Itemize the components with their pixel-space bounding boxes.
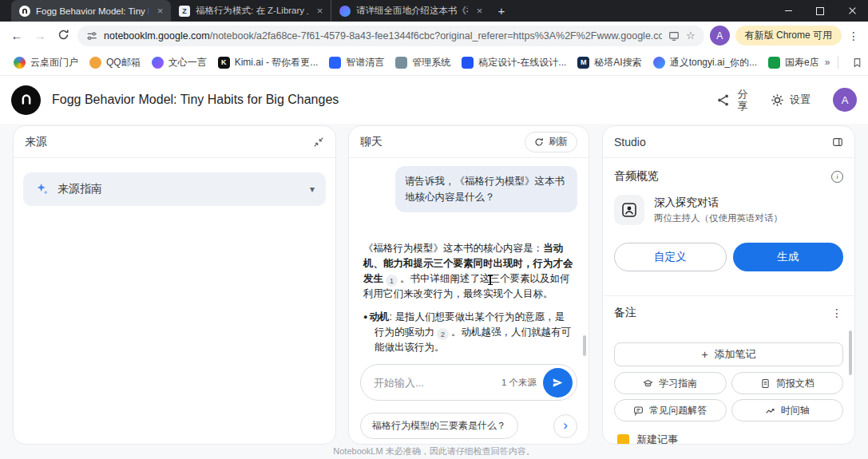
bookmark-item[interactable]: KKimi.ai - 帮你看更... (212, 56, 324, 69)
browser-titlebar: Fogg Behavior Model: Tiny H × Z 福格行为模式: … (0, 0, 868, 22)
chat-bubble-icon (633, 406, 644, 416)
tab-favicon (339, 6, 351, 17)
bookmark-item[interactable]: 管理系统 (390, 56, 456, 69)
toggle-panel-icon[interactable] (832, 137, 843, 148)
tab-close-icon[interactable]: × (474, 5, 486, 17)
citation-badge[interactable]: 1 (386, 275, 398, 287)
notebook-title[interactable]: Fogg Behavior Model: Tiny Habits for Big… (52, 93, 339, 107)
studio-panel-title: Studio (614, 136, 646, 148)
chrome-update-button[interactable]: 有新版 Chrome 可用 (735, 26, 842, 46)
source-guide-card[interactable]: 来源指南 ▾ (23, 172, 326, 206)
bookmark-star-icon[interactable]: ☆ (686, 30, 696, 42)
user-avatar[interactable]: A (833, 88, 857, 112)
bookmark-label: QQ邮箱 (106, 56, 141, 69)
bookmark-label: 国寿e店 (785, 56, 819, 69)
briefing-doc-chip[interactable]: 简报文档 (731, 372, 844, 394)
assistant-answer: 《福格行为模型》这本书的核心内容是：当动机、能力和提示三个要素同时出现时，行为才… (349, 241, 589, 355)
faq-chip[interactable]: 常见问题解答 (614, 399, 727, 421)
notebooklm-logo (11, 85, 41, 115)
settings-label: 设置 (790, 93, 811, 107)
next-suggestion-button[interactable]: › (553, 414, 577, 438)
chat-input[interactable] (374, 377, 495, 389)
sources-panel: 来源 来源指南 ▾ (13, 125, 336, 445)
bookmark-item[interactable]: QQ邮箱 (84, 56, 146, 69)
refresh-label: 刷新 (549, 135, 568, 148)
study-guide-chip[interactable]: 学习指南 (614, 372, 727, 394)
header-actions: 分享 设置 A (716, 88, 857, 112)
bookmark-label: 文心一言 (168, 56, 207, 69)
divider (838, 56, 838, 69)
chat-panel: 聊天 刷新 请告诉我，《福格行为模型》这本书地核心内容是什么？ 《福格行为模型》… (348, 125, 589, 445)
new-note-item[interactable]: 新建记事 (617, 433, 840, 445)
collapse-panel-icon[interactable] (313, 137, 324, 148)
customize-button[interactable]: 自定义 (614, 243, 727, 271)
audio-overview-title: 音频概览 (614, 169, 659, 184)
tongyi-favicon (653, 57, 665, 69)
share-button[interactable]: 分享 (716, 88, 748, 112)
window-close-button[interactable] (836, 0, 868, 22)
bookmark-item[interactable]: 智谱清言 (323, 56, 390, 69)
audio-buttons: 自定义 生成 (603, 225, 854, 271)
tab-close-icon[interactable]: × (154, 5, 166, 17)
send-icon (552, 377, 564, 389)
tab-title: 福格行为模式: 在 Z-Library 上 (196, 5, 308, 17)
forward-icon[interactable]: → (31, 29, 49, 42)
bookmark-item[interactable]: 文心一言 (146, 56, 212, 69)
studio-scrollbar[interactable] (849, 330, 852, 375)
citation-badge[interactable]: 2 (437, 328, 449, 340)
settings-button[interactable]: 设置 (771, 93, 811, 107)
deep-dive-subtitle: 两位主持人（仅使用英语对话） (654, 212, 783, 224)
tune-icon[interactable] (86, 30, 97, 42)
url-text[interactable]: notebooklm.google.com/notebook/a2fa68ce-… (104, 30, 662, 42)
add-note-button[interactable]: + 添加笔记 (614, 342, 843, 366)
bookmark-item[interactable]: 通义tongyi.ai_你的... (648, 56, 763, 69)
refresh-chat-button[interactable]: 刷新 (525, 132, 577, 152)
cloud-desktop-favicon (14, 57, 26, 69)
notes-menu-icon[interactable]: ⋮ (830, 307, 843, 319)
chip-label: 常见问题解答 (649, 404, 707, 417)
address-bar[interactable]: notebooklm.google.com/notebook/a2fa68ce-… (77, 26, 704, 46)
timeline-chip[interactable]: 时间轴 (731, 399, 844, 421)
source-guide-label: 来源指南 (57, 182, 301, 196)
all-bookmarks-button[interactable]: 所有书签 (846, 56, 868, 69)
user-message-bubble: 请告诉我，《福格行为模型》这本书地核心内容是什么？ (395, 166, 577, 212)
suggested-question-chip[interactable]: 福格行为模型的三要素是什么？ (360, 413, 518, 439)
generate-button[interactable]: 生成 (733, 243, 844, 271)
bookmark-item[interactable]: 国寿e店 (763, 56, 825, 69)
back-icon[interactable]: ← (8, 29, 26, 42)
bookmarks-overflow-icon[interactable]: » (825, 57, 830, 68)
answer-bold-text: 动机 (369, 311, 389, 322)
notes-header: 备注 ⋮ (603, 296, 854, 326)
tab-notebooklm[interactable]: Fogg Behavior Model: Tiny H × (11, 0, 171, 22)
tab-zlibrary[interactable]: Z 福格行为模式: 在 Z-Library 上 × (171, 0, 331, 22)
browser-profile-avatar[interactable]: A (710, 26, 730, 46)
gaoding-favicon (462, 57, 474, 69)
answer-paragraph: 《福格行为模型》这本书的核心内容是：当动机、能力和提示三个要素同时出现时，行为才… (363, 241, 574, 302)
minimize-button[interactable] (772, 0, 804, 22)
graduation-cap-icon (643, 378, 653, 389)
add-note-label: 添加笔记 (715, 347, 756, 362)
new-tab-button[interactable]: + (490, 0, 513, 22)
deep-dive-card[interactable]: 深入探究对话 两位主持人（仅使用英语对话） (603, 192, 854, 225)
source-count: 1 个来源 (501, 377, 537, 389)
bookmark-item[interactable]: 云桌面门户 (8, 56, 84, 69)
send-button[interactable] (543, 368, 573, 398)
chat-scrollbar[interactable] (583, 335, 586, 356)
app-header: Fogg Behavior Model: Tiny Habits for Big… (0, 76, 868, 124)
chat-scroll-area[interactable]: 请告诉我，《福格行为模型》这本书地核心内容是什么？ 《福格行为模型》这本书的核心… (349, 166, 589, 445)
reload-icon[interactable] (54, 29, 72, 43)
chevron-down-icon[interactable]: ▾ (310, 184, 315, 195)
bullet-icon: ● (363, 313, 367, 321)
info-icon[interactable]: i (831, 171, 843, 183)
maximize-button[interactable] (804, 0, 836, 22)
tab-close-icon[interactable]: × (314, 5, 326, 17)
zlibrary-favicon: Z (179, 6, 190, 17)
send-to-devices-icon[interactable] (668, 30, 680, 42)
tab-book-intro[interactable]: 请详细全面地介绍这本书《福 × (331, 0, 490, 22)
gear-icon (771, 93, 784, 107)
bookmark-item[interactable]: M秘塔AI搜索 (572, 56, 647, 69)
notes-section: 备注 ⋮ + 添加笔记 学习指南 简报文档 常见问题解答 (603, 295, 854, 445)
bookmark-item[interactable]: 稿定设计-在线设计... (456, 56, 572, 69)
browser-menu-icon[interactable]: ⋮ (847, 30, 860, 42)
suggestion-row: 福格行为模型的三要素是什么？ › (360, 413, 577, 439)
